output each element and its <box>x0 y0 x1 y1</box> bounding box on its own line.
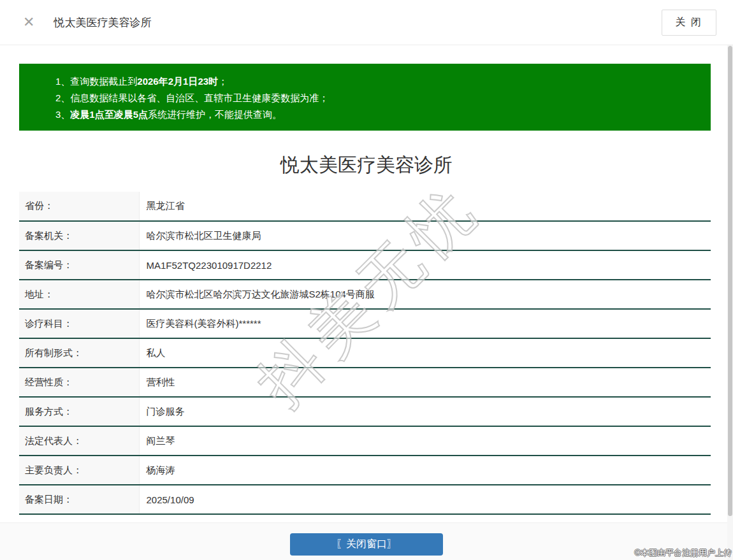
footer: 〖关闭窗口〗 <box>0 522 733 560</box>
field-value: 阎兰琴 <box>139 426 711 456</box>
copyright-watermark: ©本图由平台注册用户上传 <box>634 547 732 559</box>
field-value: 黑龙江省 <box>139 192 711 221</box>
field-label: 诊疗科目： <box>19 309 139 338</box>
table-row: 诊疗科目：医疗美容科(美容外科)****** <box>19 309 711 338</box>
field-label: 备案机关： <box>19 221 139 250</box>
field-label: 地址： <box>19 280 139 309</box>
field-value: 门诊服务 <box>139 397 711 426</box>
notice-bold-text: 2026年2月1日23时 <box>137 76 218 87</box>
field-label: 省份： <box>19 192 139 221</box>
notice-banner: 1、查询数据截止到2026年2月1日23时； 2、信息数据结果以各省、自治区、直… <box>19 64 711 131</box>
field-value: 医疗美容科(美容外科)****** <box>139 309 711 338</box>
field-label: 主要负责人： <box>19 456 139 485</box>
notice-text: 2、信息数据结果以各省、自治区、直辖市卫生健康委数据为准； <box>55 92 328 103</box>
notice-text: 1、查询数据截止到 <box>55 76 137 87</box>
page-title: 悦太美医疗美容诊所 <box>0 152 733 178</box>
field-label: 备案编号： <box>19 250 139 280</box>
table-row: 地址：哈尔滨市松北区哈尔滨万达文化旅游城S2栋104号商服 <box>19 280 711 309</box>
table-row: 省份：黑龙江省 <box>19 192 711 221</box>
field-value: 私人 <box>139 338 711 368</box>
close-window-button[interactable]: 〖关闭窗口〗 <box>290 533 443 556</box>
table-row: 所有制形式：私人 <box>19 338 711 368</box>
field-value: MA1F52TQ223010917D2212 <box>139 250 711 280</box>
notice-text: ； <box>218 76 228 87</box>
close-button[interactable]: 关 闭 <box>662 10 716 36</box>
notice-line: 1、查询数据截止到2026年2月1日23时； <box>55 73 698 90</box>
window-title: 悦太美医疗美容诊所 <box>54 15 151 30</box>
field-label: 所有制形式： <box>19 338 139 368</box>
field-value: 营利性 <box>139 368 711 397</box>
table-row: 主要负责人：杨海涛 <box>19 456 711 485</box>
scrollbar-track[interactable] <box>727 45 733 560</box>
table-row: 备案日期：2025/10/09 <box>19 485 711 514</box>
field-label: 备案日期： <box>19 485 139 514</box>
table-row: 备案编号：MA1F52TQ223010917D2212 <box>19 250 711 280</box>
notice-line: 3、凌晨1点至凌晨5点系统进行维护，不能提供查询。 <box>55 106 698 123</box>
field-value: 杨海涛 <box>139 456 711 485</box>
table-row: 服务方式：门诊服务 <box>19 397 711 426</box>
field-label: 法定代表人： <box>19 426 139 456</box>
scrollbar-thumb[interactable] <box>728 46 732 516</box>
field-value: 哈尔滨市松北区卫生健康局 <box>139 221 711 250</box>
table-row: 经营性质：营利性 <box>19 368 711 397</box>
notice-text: 3、 <box>55 109 70 120</box>
close-x-icon[interactable]: ✕ <box>23 15 34 29</box>
table-row: 法定代表人：阎兰琴 <box>19 426 711 456</box>
field-value: 哈尔滨市松北区哈尔滨万达文化旅游城S2栋104号商服 <box>139 280 711 309</box>
notice-text: 系统进行维护，不能提供查询。 <box>148 109 282 120</box>
field-label: 服务方式： <box>19 397 139 426</box>
field-label: 经营性质： <box>19 368 139 397</box>
field-value: 2025/10/09 <box>139 485 711 514</box>
table-row: 备案机关：哈尔滨市松北区卫生健康局 <box>19 221 711 250</box>
topbar: ✕ 悦太美医疗美容诊所 关 闭 <box>0 0 733 45</box>
record-table: 省份：黑龙江省 备案机关：哈尔滨市松北区卫生健康局 备案编号：MA1F52TQ2… <box>19 192 711 515</box>
notice-bold-text: 凌晨1点至凌晨5点 <box>70 109 148 120</box>
notice-line: 2、信息数据结果以各省、自治区、直辖市卫生健康委数据为准； <box>55 90 698 106</box>
